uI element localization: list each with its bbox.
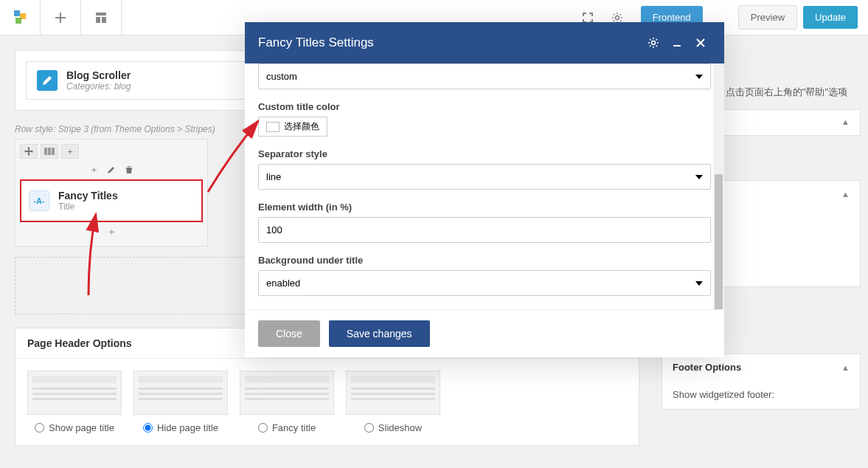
plus-icon [54,11,67,24]
col-add-button[interactable]: ＋ [87,163,100,176]
footer-options-panel: Footer Options ▲ Show widgetized footer: [662,354,861,410]
page-header-option[interactable]: Fancy title [240,371,334,433]
element-width-input[interactable] [258,217,711,243]
col-delete-button[interactable] [122,163,136,176]
svg-rect-0 [14,10,20,16]
svg-rect-3 [96,13,106,16]
plus-icon: ＋ [89,163,99,176]
element-title: Fancy Titles [58,190,118,202]
choose-color-label: 选择颜色 [284,120,319,133]
page-header-radio[interactable] [35,423,44,433]
plus-icon: ＋ [66,145,74,158]
choose-color-button[interactable]: 选择颜色 [258,117,327,137]
modal-scrollbar[interactable] [713,63,724,309]
title-icon: -A- [29,190,49,211]
modal-scrollbar-thumb[interactable] [715,174,723,309]
modal-minimize-button[interactable] [667,32,687,53]
page-header-thumb [133,371,228,415]
svg-rect-5 [102,17,106,23]
plus-icon: ＋ [107,225,117,238]
vc-logo-icon [11,9,29,27]
page-header-thumb [346,371,440,415]
page-header-radio[interactable] [143,423,153,433]
color-swatch [266,122,280,132]
close-button[interactable]: Close [258,320,320,347]
col-edit-button[interactable] [105,163,118,176]
page-header-radio[interactable] [258,423,268,433]
page-header-label: Show page title [49,422,114,433]
row-move-handle[interactable] [20,144,38,159]
svg-rect-4 [96,17,100,23]
page-header-thumb [240,371,334,415]
svg-rect-8 [48,148,51,155]
svg-rect-11 [673,45,681,47]
template-button[interactable] [81,0,122,35]
caret-up-icon[interactable]: ▲ [841,190,850,199]
update-button[interactable]: Update [803,6,858,29]
svg-rect-7 [44,148,47,155]
element-width-label: Element width (in %) [258,202,711,213]
page-header-option[interactable]: Show page title [27,371,122,433]
modal-title: Fancy Titles Settings [258,35,640,50]
separator-style-label: Separator style [258,148,711,159]
layout-icon [94,11,108,24]
page-header-option[interactable]: Hide page title [133,371,228,433]
gear-icon [647,37,659,49]
save-changes-button[interactable]: Save changes [329,320,430,347]
row-columns-button[interactable] [41,144,58,159]
element-meta: Title [58,202,118,212]
caret-up-icon[interactable]: ▲ [841,363,850,372]
add-element-button[interactable] [41,0,81,35]
modal-settings-button[interactable] [643,32,664,53]
close-icon [695,38,706,48]
vc-logo-button[interactable] [0,0,41,35]
pencil-icon [37,70,58,91]
page-header-label: Slideshow [378,422,422,433]
separator-style-select[interactable]: line [258,164,711,190]
svg-rect-9 [52,148,55,155]
footer-label: Show widgetized footer: [673,389,850,400]
minimize-icon [672,38,682,48]
title-style-select[interactable]: custom [258,63,711,89]
row-add-button[interactable]: ＋ [61,144,79,159]
page-header-thumb [27,371,122,415]
svg-point-6 [615,16,619,19]
background-under-title-select[interactable]: enabled [258,270,711,296]
caret-up-icon[interactable]: ▲ [841,117,850,126]
element-meta: Categories: blog [66,81,131,92]
col-add-bottom-button[interactable]: ＋ [105,225,118,238]
panel-title: Footer Options [673,362,741,373]
vc-element-fancy-titles[interactable]: -A- Fancy Titles Title [27,187,195,215]
help-hint-text: 点击页面右上角的"帮助"选项 [726,86,847,99]
page-header-option[interactable]: Slideshow [346,371,440,433]
page-header-label: Fancy title [272,422,316,433]
trash-icon [125,165,133,174]
svg-point-10 [652,41,656,45]
svg-rect-2 [15,18,21,24]
background-under-title-label: Background under title [258,255,711,266]
page-header-radio[interactable] [364,423,374,433]
columns-icon [44,148,55,155]
element-title: Blog Scroller [66,69,131,81]
vc-row-fancy: ＋ ＋ -A- Fancy Titles Title ＋ [15,139,208,247]
move-icon [24,147,33,156]
modal-close-button[interactable] [690,32,711,53]
pencil-icon [107,165,116,174]
page-header-label: Hide page title [157,422,218,433]
custom-color-label: Custom title color [258,101,711,112]
fancy-titles-settings-modal: Fancy Titles Settings custom Custom titl… [245,22,724,357]
preview-button[interactable]: Preview [738,5,797,30]
